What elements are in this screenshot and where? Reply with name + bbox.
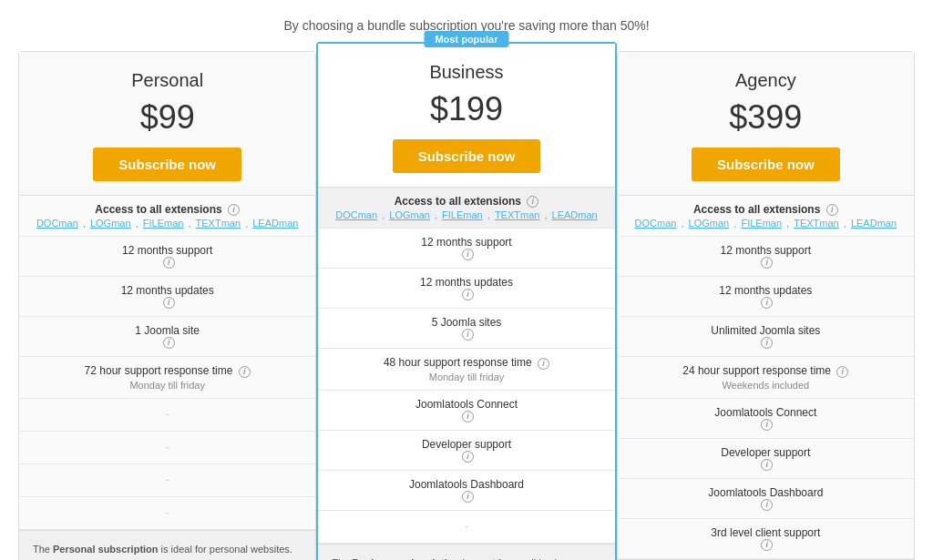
info-icon: i (761, 539, 773, 551)
plan-price-agency: $399 (631, 98, 900, 137)
info-icon-extensions: i (527, 196, 538, 208)
info-icon-sites: i (163, 337, 175, 349)
plan-name-agency: Agency (631, 70, 900, 91)
feature-row-response: 24 hour support response time i Weekends… (618, 357, 914, 398)
plan-footer-personal: The Personal subscription is ideal for p… (19, 530, 315, 560)
plan-footer-business: The Business subscription is great for s… (318, 544, 614, 560)
feature-row-updates: 12 months updates i (19, 277, 315, 317)
feature-row-5: - (19, 399, 315, 432)
info-icon-5: i (462, 411, 474, 423)
feature-row-6: Developer support i (318, 431, 614, 471)
info-icon-extensions: i (826, 204, 838, 216)
docman-link[interactable]: DOCman (335, 209, 377, 220)
feature-row-response: 72 hour support response time i Monday t… (19, 357, 315, 398)
info-icon-support: i (163, 257, 175, 269)
logman-link[interactable]: LOGman (389, 209, 430, 220)
info-icon-updates: i (163, 297, 175, 309)
plan-header-personal: Personal $99 Subscribe now (19, 52, 315, 195)
info-icon-7: i (462, 491, 474, 503)
info-icon-sites: i (462, 329, 474, 341)
info-icon-updates: i (761, 297, 773, 309)
info-icon-updates: i (462, 289, 474, 300)
plans-container: Personal $99 Subscribe now Access to all… (18, 51, 915, 560)
textman-link[interactable]: TEXTman (196, 218, 241, 229)
textman-link[interactable]: TEXTman (794, 218, 839, 229)
most-popular-badge: Most popular (424, 31, 508, 47)
textman-link[interactable]: TEXTman (495, 209, 540, 220)
feature-row-sites: Unlimited Joomla sites i (618, 317, 914, 357)
logman-link[interactable]: LOGman (689, 218, 730, 229)
info-icon-6: i (462, 451, 474, 463)
plan-card-agency: Agency $399 Subscribe now Access to all … (617, 51, 915, 560)
plan-header-agency: Agency $399 Subscribe now (618, 52, 914, 195)
leadman-link[interactable]: LEADman (252, 218, 298, 229)
feature-row-response: 48 hour support response time i Monday t… (318, 349, 614, 390)
feature-row-sites: 1 Joomla site i (19, 317, 315, 357)
feature-row-extensions: Access to all extensions i DOCman , LOGm… (618, 196, 914, 237)
plan-features-personal: Access to all extensions i DOCman , LOGm… (19, 195, 315, 530)
docman-link[interactable]: DOCman (635, 218, 677, 229)
info-icon-support: i (462, 249, 474, 260)
plan-card-personal: Personal $99 Subscribe now Access to all… (18, 51, 316, 560)
info-icon-support: i (761, 257, 773, 269)
feature-row-6: - (19, 432, 315, 464)
fileman-link[interactable]: FILEman (741, 218, 782, 229)
response-sub: Monday till friday (429, 372, 505, 382)
feature-row-8: - (318, 511, 614, 544)
fileman-link[interactable]: FILEman (143, 218, 184, 229)
plan-name-personal: Personal (33, 70, 302, 91)
info-icon-sites: i (761, 337, 773, 349)
feature-row-client-support: 3rd level client support i (618, 519, 914, 559)
feature-row-updates: 12 months updates i (318, 269, 614, 309)
plan-features-business: Access to all extensions i DOCman , LOGm… (318, 187, 614, 544)
info-icon-7: i (761, 499, 773, 511)
response-sub: Monday till friday (129, 380, 205, 391)
subscribe-button-business[interactable]: Subscribe now (393, 139, 541, 173)
feature-row-7: Joomlatools Dashboard i (618, 479, 914, 519)
leadman-link[interactable]: LEADman (552, 209, 598, 220)
plan-price-business: $199 (332, 90, 600, 128)
logman-link[interactable]: LOGman (90, 218, 131, 229)
plan-header-business: Business $199 Subscribe now (318, 44, 614, 187)
leadman-link[interactable]: LEADman (851, 218, 897, 229)
plan-card-business: Most popular Business $199 Subscribe now… (316, 42, 616, 560)
feature-row-7: Joomlatools Dashboard i (318, 471, 614, 511)
feature-row-support: 12 months support i (318, 229, 614, 269)
info-icon-5: i (761, 419, 773, 431)
info-icon-response: i (538, 358, 549, 370)
feature-row-updates: 12 months updates i (618, 277, 914, 317)
feature-row-extensions: Access to all extensions i DOCman , LOGm… (318, 188, 614, 229)
feature-row-support: 12 months support i (19, 237, 315, 277)
feature-row-sites: 5 Joomla sites i (318, 309, 614, 349)
plan-name-business: Business (332, 62, 600, 83)
feature-row-extensions: Access to all extensions i DOCman , LOGm… (19, 196, 315, 237)
info-icon-response: i (239, 366, 251, 378)
info-icon-extensions: i (228, 204, 240, 216)
docman-link[interactable]: DOCman (36, 218, 78, 229)
response-sub: Weekends included (722, 380, 809, 391)
info-icon-response: i (836, 366, 848, 378)
fileman-link[interactable]: FILEman (442, 209, 483, 220)
plan-features-agency: Access to all extensions i DOCman , LOGm… (618, 195, 914, 559)
feature-row-5: Joomlatools Connect i (618, 399, 914, 439)
feature-row-5: Joomlatools Connect i (318, 391, 614, 431)
feature-row-support: 12 months support i (618, 237, 914, 277)
subscribe-button-personal[interactable]: Subscribe now (93, 148, 241, 181)
subscribe-button-agency[interactable]: Subscribe now (692, 148, 840, 181)
feature-row-6: Developer support i (618, 439, 914, 479)
plan-price-personal: $99 (33, 98, 302, 137)
feature-row-8: - (19, 497, 315, 530)
info-icon-6: i (761, 459, 773, 471)
feature-row-7: - (19, 464, 315, 497)
